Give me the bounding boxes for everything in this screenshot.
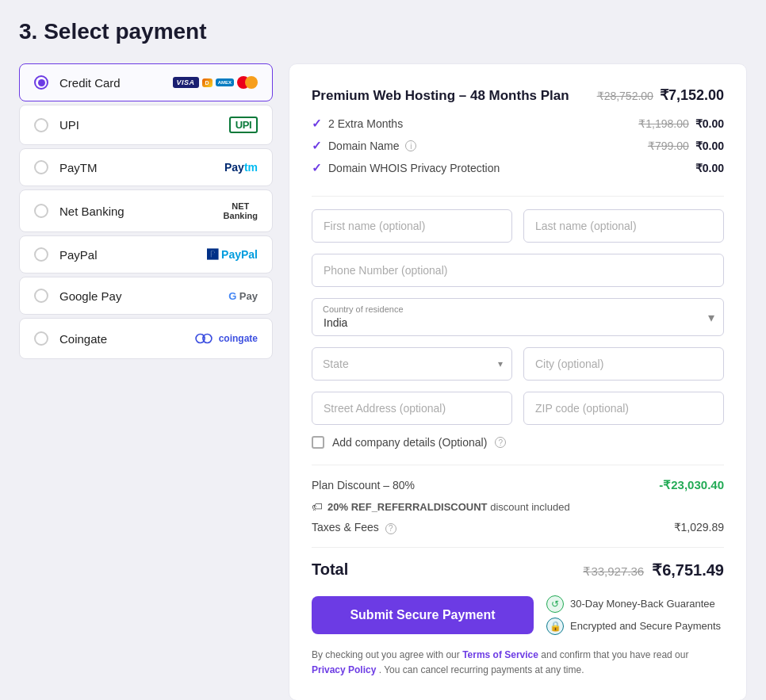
payment-option-paytm[interactable]: PayTM Paytm [19, 148, 273, 186]
payment-option-net-banking[interactable]: Net Banking NETBanking [19, 189, 273, 232]
payment-option-paypal[interactable]: PayPal 🅿 PayPal [19, 235, 273, 273]
referral-bold: 20% REF_REFERRALDISCOUNT [327, 501, 488, 513]
netbanking-logo: NETBanking [224, 201, 258, 220]
taxes-label: Taxes & Fees ? [312, 521, 396, 534]
feature-old-price-extra-months: ₹1,198.00 [638, 117, 689, 130]
info-icon-taxes[interactable]: ? [385, 523, 396, 534]
feature-domain-name: ✓ Domain Name i ₹799.00 ₹0.00 [312, 139, 724, 153]
total-section: Total ₹33,927.36 ₹6,751.49 [312, 547, 724, 580]
privacy-policy-link[interactable]: Privacy Policy [312, 664, 376, 675]
pricing-section: Plan Discount – 80% -₹23,030.40 🏷 20% RE… [312, 465, 724, 534]
feature-prices-whois: ₹0.00 [695, 162, 724, 174]
phone-field [312, 254, 724, 287]
taxes-row: Taxes & Fees ? ₹1,029.89 [312, 521, 724, 534]
check-icon-whois: ✓ [312, 161, 322, 175]
features-list: ✓ 2 Extra Months ₹1,198.00 ₹0.00 ✓ Domai… [312, 117, 724, 197]
plan-title: Premium Web Hosting – 48 Months Plan [312, 88, 569, 104]
payment-label-paytm: PayTM [59, 161, 224, 174]
payment-label-paypal: PayPal [59, 248, 207, 262]
company-row: Add company details (Optional) ? [312, 436, 724, 449]
trust-badges: ↺ 30-Day Money-Back Guarantee 🔒 Encrypte… [546, 595, 721, 635]
address-zip-row [312, 392, 724, 425]
radio-google-pay [34, 289, 48, 303]
feature-new-price-domain: ₹0.00 [695, 140, 724, 152]
feature-label-extra-months: 2 Extra Months [328, 117, 403, 130]
plan-prices: ₹28,752.00 ₹7,152.00 [597, 86, 724, 104]
money-back-icon: ↺ [546, 595, 564, 613]
payment-option-coingate[interactable]: Coingate coingate [19, 318, 273, 359]
payment-label-upi: UPI [59, 118, 229, 132]
payment-label-net-banking: Net Banking [59, 205, 224, 218]
plan-price-new: ₹7,152.00 [660, 86, 724, 104]
paypal-logo: 🅿 PayPal [207, 248, 258, 261]
lock-icon: 🔒 [546, 618, 564, 635]
coingate-logo: coingate [195, 330, 258, 347]
payment-option-google-pay[interactable]: Google Pay G Pay [19, 277, 273, 315]
phone-input[interactable] [312, 254, 724, 287]
feature-label-whois: Domain WHOIS Privacy Protection [328, 162, 500, 174]
last-name-field [523, 209, 724, 243]
card-logos: VISA D AMEX [173, 76, 258, 89]
feature-new-price-whois: ₹0.00 [695, 162, 724, 174]
phone-row [312, 254, 724, 287]
zip-input[interactable] [523, 392, 724, 425]
feature-prices-domain: ₹799.00 ₹0.00 [648, 140, 724, 152]
feature-new-price-extra-months: ₹0.00 [695, 117, 724, 130]
total-prices: ₹33,927.36 ₹6,751.49 [583, 560, 724, 580]
payment-label-credit-card: Credit Card [59, 76, 173, 90]
feature-old-price-domain: ₹799.00 [648, 140, 689, 152]
coingate-icon [195, 330, 213, 347]
total-label: Total [312, 560, 348, 579]
radio-paypal [34, 247, 48, 262]
city-field [523, 347, 724, 381]
country-wrapper: Country of residence India United States… [312, 298, 724, 336]
state-city-row: Maharashtra Karnataka Delhi State ▾ [312, 347, 724, 381]
zip-field [523, 392, 724, 425]
street-input[interactable] [312, 392, 512, 425]
submit-payment-button[interactable]: Submit Secure Payment [312, 596, 534, 634]
last-name-input[interactable] [523, 209, 724, 243]
payment-option-upi[interactable]: UPI UPI [19, 105, 273, 145]
feature-prices-extra-months: ₹1,198.00 ₹0.00 [638, 117, 724, 130]
first-name-input[interactable] [312, 209, 512, 243]
radio-credit-card [34, 75, 48, 90]
company-checkbox[interactable] [312, 436, 324, 449]
first-name-field [312, 209, 512, 243]
terms-text: By checking out you agree with our Terms… [312, 648, 724, 678]
payment-option-credit-card[interactable]: Credit Card VISA D AMEX [19, 63, 273, 101]
plan-price-old: ₹28,752.00 [597, 90, 653, 102]
referral-row: 🏷 20% REF_REFERRALDISCOUNT discount incl… [312, 500, 724, 513]
payment-label-google-pay: Google Pay [59, 289, 228, 303]
visa-logo: VISA [173, 77, 199, 88]
name-row [312, 209, 724, 243]
street-field [312, 392, 512, 425]
city-input[interactable] [523, 347, 724, 381]
payment-method-list: Credit Card VISA D AMEX UPI UPI PayTM [19, 63, 273, 359]
check-icon-domain: ✓ [312, 139, 322, 153]
terms-prefix: By checking out you agree with our [312, 649, 460, 660]
money-back-label: 30-Day Money-Back Guarantee [570, 598, 715, 610]
discover-logo: D [202, 78, 213, 87]
info-icon-domain[interactable]: i [405, 140, 416, 151]
paytm-logo: Paytm [224, 161, 258, 174]
total-old-price: ₹33,927.36 [583, 564, 644, 579]
submit-row: Submit Secure Payment ↺ 30-Day Money-Bac… [312, 595, 724, 635]
plan-header: Premium Web Hosting – 48 Months Plan ₹28… [312, 86, 724, 104]
amex-logo: AMEX [216, 78, 234, 86]
info-icon-company[interactable]: ? [495, 437, 506, 448]
feature-label-domain: Domain Name [328, 140, 399, 152]
discount-label: Plan Discount – 80% [312, 479, 415, 492]
secure-label: Encrypted and Secure Payments [570, 620, 721, 632]
discount-amount: -₹23,030.40 [659, 478, 724, 492]
terms-of-service-link[interactable]: Terms of Service [462, 649, 538, 660]
upi-logo: UPI [229, 117, 258, 133]
feature-whois: ✓ Domain WHOIS Privacy Protection ₹0.00 [312, 161, 724, 175]
state-select[interactable]: Maharashtra Karnataka Delhi [312, 347, 512, 381]
discount-row: Plan Discount – 80% -₹23,030.40 [312, 478, 724, 492]
radio-upi [34, 118, 48, 132]
order-summary-panel: Premium Web Hosting – 48 Months Plan ₹28… [289, 63, 747, 700]
country-select[interactable]: India United States United Kingdom [312, 298, 724, 336]
radio-paytm [34, 160, 48, 174]
mastercard-logo [237, 76, 258, 89]
page-title: 3. Select payment [19, 19, 747, 44]
